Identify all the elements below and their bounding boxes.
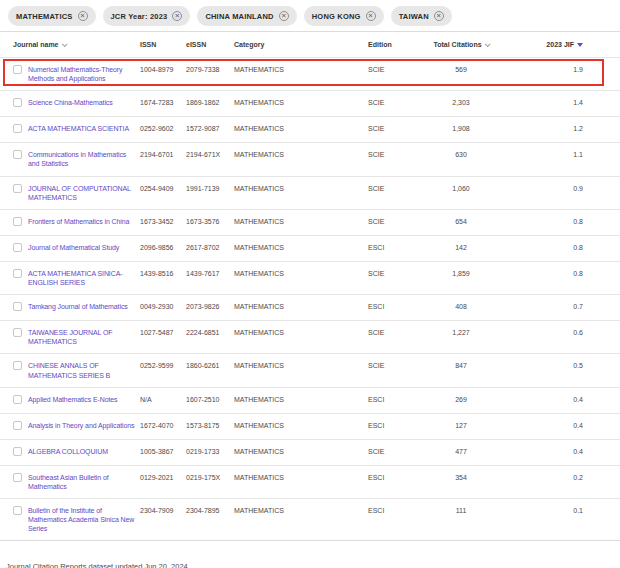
chip-close-icon[interactable]: ✕ [366,11,376,21]
table-row: Analysis in Theory and Applications 1672… [0,414,620,440]
total-citations-cell: 111 [412,506,510,515]
eissn-cell: 1572-9087 [186,124,234,133]
edition-cell: SCIE [360,150,412,159]
row-checkbox[interactable] [13,98,22,107]
eissn-cell: 2073-9826 [186,302,234,311]
total-citations-cell: 569 [412,65,510,74]
journal-name-link[interactable]: ACTA MATHEMATICA SINICA-ENGLISH SERIES [28,269,140,287]
row-checkbox[interactable] [13,447,22,456]
filter-chip-label: JCR Year: 2023 [111,12,168,21]
journal-name-link[interactable]: Numerical Mathematics-Theory Methods and… [28,65,140,83]
issn-cell: 0129-2021 [140,473,186,482]
table-row: CHINESE ANNALS OF MATHEMATICS SERIES B 0… [0,354,620,387]
row-checkbox[interactable] [13,361,22,370]
journal-name-link[interactable]: Science China-Mathematics [28,98,140,107]
edition-cell: SCIE [360,124,412,133]
eissn-cell: 1991-7139 [186,184,234,193]
jif-cell: 0.1 [510,506,620,515]
category-cell: MATHEMATICS [234,98,360,107]
journal-name-link[interactable]: ALGEBRA COLLOQUIUM [28,447,140,456]
category-cell: MATHEMATICS [234,184,360,193]
sort-desc-active-icon [577,43,583,47]
filter-chip-jcr-year[interactable]: JCR Year: 2023 ✕ [103,6,191,26]
journal-name-link[interactable]: Southeast Asian Bulletin of Mathematics [28,473,140,491]
filter-chip-bar: MATHEMATICS ✕ JCR Year: 2023 ✕ CHINA MAI… [0,0,620,31]
issn-cell: 0049-2930 [140,302,186,311]
journal-name-link[interactable]: ACTA MATHEMATICA SCIENTIA [28,124,140,133]
journal-name-link[interactable]: CHINESE ANNALS OF MATHEMATICS SERIES B [28,361,140,379]
column-header-journal-name[interactable]: Journal name [0,41,140,48]
row-checkbox[interactable] [13,473,22,482]
category-cell: MATHEMATICS [234,217,360,226]
jif-cell: 1.1 [510,150,620,159]
table-row-highlighted: Numerical Mathematics-Theory Methods and… [0,58,620,91]
filter-chip-china-mainland[interactable]: CHINA MAINLAND ✕ [197,6,296,26]
filter-chip-label: MATHEMATICS [16,12,73,21]
journals-table: Journal name ISSN eISSN Category Edition… [0,31,620,541]
jif-cell: 0.8 [510,269,620,278]
journal-name-link[interactable]: Communications in Mathematics and Statis… [28,150,140,168]
filter-chip-hong-kong[interactable]: HONG KONG ✕ [304,6,384,26]
journal-name-link[interactable]: Bulletin of the Institute of Mathematics… [28,506,140,533]
row-checkbox[interactable] [13,150,22,159]
table-row: Communications in Mathematics and Statis… [0,143,620,176]
chip-close-icon[interactable]: ✕ [434,11,444,21]
row-checkbox[interactable] [13,328,22,337]
filter-chip-taiwan[interactable]: TAIWAN ✕ [391,6,452,26]
edition-cell: ESCI [360,473,412,482]
category-cell: MATHEMATICS [234,447,360,456]
issn-cell: 2194-6701 [140,150,186,159]
category-cell: MATHEMATICS [234,302,360,311]
column-header-edition: Edition [360,41,412,48]
chip-close-icon[interactable]: ✕ [78,11,88,21]
column-header-category: Category [234,41,360,48]
issn-cell: 1674-7283 [140,98,186,107]
edition-cell: ESCI [360,243,412,252]
journal-name-link[interactable]: Analysis in Theory and Applications [28,421,140,430]
eissn-cell: 1573-8175 [186,421,234,430]
column-header-2023-jif[interactable]: 2023 JIF [510,41,620,48]
total-citations-cell: 847 [412,361,510,370]
eissn-cell: 2304-7895 [186,506,234,515]
row-checkbox[interactable] [13,243,22,252]
category-cell: MATHEMATICS [234,150,360,159]
eissn-cell: 0219-1733 [186,447,234,456]
edition-cell: SCIE [360,184,412,193]
row-checkbox[interactable] [13,421,22,430]
total-citations-cell: 477 [412,447,510,456]
total-citations-cell: 630 [412,150,510,159]
row-checkbox[interactable] [13,395,22,404]
filter-chip-mathematics[interactable]: MATHEMATICS ✕ [8,6,96,26]
eissn-cell: 1607-2510 [186,395,234,404]
edition-cell: SCIE [360,65,412,74]
column-header-eissn: eISSN [186,41,234,48]
chip-close-icon[interactable]: ✕ [279,11,289,21]
table-row: Tamkang Journal of Mathematics 0049-2930… [0,295,620,321]
row-checkbox[interactable] [13,217,22,226]
chip-close-icon[interactable]: ✕ [172,11,182,21]
journal-name-link[interactable]: Journal of Mathematical Study [28,243,140,252]
journal-name-link[interactable]: Applied Mathematics E-Notes [28,395,140,404]
jif-cell: 1.9 [510,65,620,74]
row-checkbox[interactable] [13,184,22,193]
total-citations-cell: 354 [412,473,510,482]
journal-name-link[interactable]: JOURNAL OF COMPUTATIONAL MATHEMATICS [28,184,140,202]
column-header-total-citations[interactable]: Total Citations [412,41,510,48]
total-citations-cell: 1,227 [412,328,510,337]
edition-cell: SCIE [360,361,412,370]
jif-cell: 0.4 [510,447,620,456]
journal-name-link[interactable]: Tamkang Journal of Mathematics [28,302,140,311]
journal-name-link[interactable]: TAIWANESE JOURNAL OF MATHEMATICS [28,328,140,346]
table-row: ALGEBRA COLLOQUIUM 1005-3867 0219-1733 M… [0,440,620,466]
row-checkbox[interactable] [13,506,22,515]
table-row: Science China-Mathematics 1674-7283 1869… [0,91,620,117]
sort-chevron-icon [61,41,67,47]
row-checkbox[interactable] [13,65,22,74]
edition-cell: ESCI [360,395,412,404]
journal-name-link[interactable]: Frontiers of Mathematics in China [28,217,140,226]
jif-cell: 0.2 [510,473,620,482]
jif-cell: 0.5 [510,361,620,370]
row-checkbox[interactable] [13,302,22,311]
row-checkbox[interactable] [13,124,22,133]
row-checkbox[interactable] [13,269,22,278]
